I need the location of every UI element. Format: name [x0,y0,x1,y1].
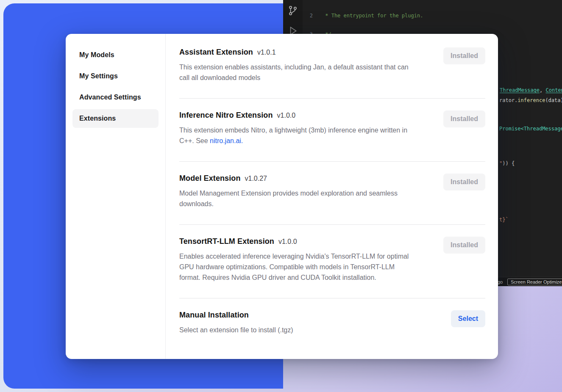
status-text: go [498,279,503,284]
extension-description: This extension embeds Nitro, a lightweig… [179,125,410,146]
extension-row-inference-nitro: Inference Nitro Extensionv1.0.0 This ext… [179,99,485,161]
code-fragment: Promise<ThreadMessage> [499,125,562,132]
source-control-icon[interactable] [287,5,298,16]
code-fragment: rator.inference(data)); [499,97,562,104]
screen-reader-status-item[interactable]: Screen Reader Optimize [507,279,562,285]
manual-installation-title: Manual Installation [179,311,249,319]
nitro-link[interactable]: nitro.jan.ai. [210,137,243,144]
extension-description: Enables accelerated inference leveraging… [179,251,410,283]
extension-row-model: Model Extensionv1.0.27 Model Management … [179,162,485,224]
manual-installation-description: Select an extension file to install (.tg… [179,325,293,335]
extension-title: Model Extension [179,174,241,182]
extension-title: TensortRT-LLM Extension [179,237,274,246]
code-fragment: ")) { [499,160,515,167]
line-number: 2 [303,12,313,19]
sidebar-item-my-settings[interactable]: My Settings [72,67,159,86]
code-fragment: t}` [499,216,509,223]
extension-title: Inference Nitro Extension [179,111,273,119]
extension-version: v1.0.27 [245,175,267,182]
manual-installation-row: Manual Installation Select an extension … [179,298,485,351]
settings-sidebar: My Models My Settings Advanced Settings … [66,34,166,359]
extension-version: v1.0.0 [277,112,296,119]
code-line: 2 * The entrypoint for the plugin. [303,12,562,19]
extensions-panel: Assistant Extensionv1.0.1 This extension… [166,34,498,359]
select-file-button[interactable]: Select [451,310,485,327]
extension-description: Model Management Extension provides mode… [179,188,410,209]
extension-title: Assistant Extension [179,48,253,56]
installed-button[interactable]: Installed [443,237,485,254]
installed-button[interactable]: Installed [443,110,485,127]
settings-modal: My Models My Settings Advanced Settings … [66,34,498,359]
installed-button[interactable]: Installed [443,47,485,64]
extension-version: v1.0.0 [278,238,297,245]
sidebar-item-extensions[interactable]: Extensions [72,109,159,128]
desktop: 2 * The entrypoint for the plugin. 3 */ … [0,0,562,392]
extension-row-assistant: Assistant Extensionv1.0.1 This extension… [179,46,485,98]
extension-row-tensorrt-llm: TensortRT-LLM Extensionv1.0.0 Enables ac… [179,225,485,298]
sidebar-item-advanced-settings[interactable]: Advanced Settings [72,88,159,107]
sidebar-item-my-models[interactable]: My Models [72,46,159,64]
installed-button[interactable]: Installed [443,174,485,190]
extension-description: This extension enables assistants, inclu… [179,62,410,83]
extension-version: v1.0.1 [257,49,276,56]
